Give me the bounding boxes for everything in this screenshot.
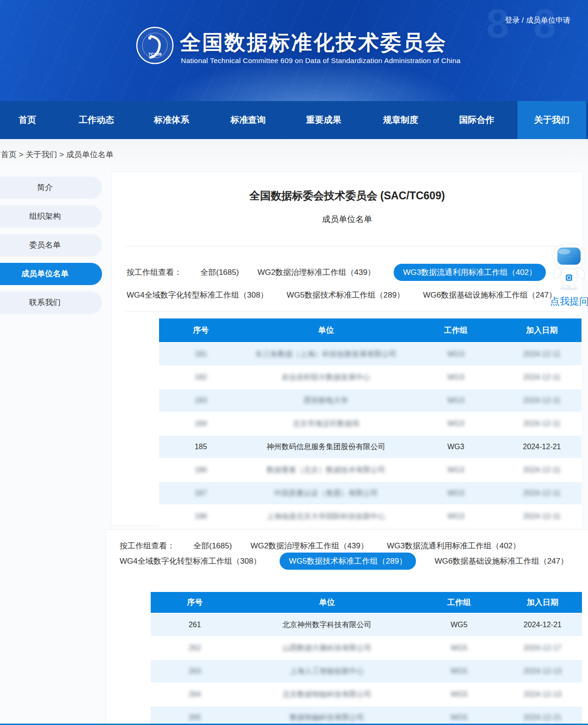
filter-wg3-active[interactable]: WG3数据流通利用标准工作组（402） xyxy=(394,264,546,281)
nav-item-news[interactable]: 工作动态 xyxy=(79,101,114,139)
filter2-wg4[interactable]: WG4全域数字化转型标准工作组（308） xyxy=(120,556,261,566)
workgroup-filter-row1: 按工作组查看： 全部(1685) WG2数据治理标准工作组（439） WG3数据… xyxy=(127,264,546,280)
filter2-wg6[interactable]: WG6数据基础设施标准工作组（247） xyxy=(435,556,568,566)
page-title: 全国数据标委会技术委员会 (SAC/TC609) xyxy=(112,189,582,203)
table-row: 186数据要素（北京）数据技术有限公司WG32024-12-11 xyxy=(159,459,582,481)
breadcrumb-bar: 首页 > 关于我们 > 成员单位名单 xyxy=(0,139,588,170)
table-row: 181长三角数据（上海）科技创新发展有限公司WG32024-12-11 xyxy=(159,342,582,366)
table-row: 184北京市海淀区数据局WG32024-12-11 xyxy=(159,413,582,435)
table-row: 182农业农村部大数据发展中心WG32024-12-11 xyxy=(159,366,582,388)
sidebar-item-member-units[interactable]: 成员单位名单 xyxy=(0,263,102,285)
nav-item-regulations[interactable]: 规章制度 xyxy=(383,101,418,139)
table-row: 263上海人工智能创新中心WG52024-12-13 xyxy=(151,659,582,683)
table-row: 262山西数据大脑科技有限公司WG52024-12-17 xyxy=(151,637,582,659)
filter2-wg2[interactable]: WG2数据治理标准工作组（439） xyxy=(250,541,368,551)
login-link[interactable]: 登录 / 成员单位申请 xyxy=(505,16,570,25)
svg-text:· ·: · · xyxy=(567,254,571,259)
chat-assistant-robot-icon[interactable]: · · xyxy=(549,242,588,292)
table-header-row: 序号 单位 工作组 加入日期 xyxy=(159,318,582,342)
committee-logo-icon: TC609 xyxy=(135,26,174,65)
member-list-card: 全国数据标委会技术委员会 (SAC/TC609) 成员单位名单 按工作组查看： … xyxy=(111,172,583,526)
col-group: 工作组 xyxy=(409,318,502,342)
member-table-wg5: 序号 单位 工作组 加入日期 261北京神州数字科技有限公司WG52024-12… xyxy=(151,592,582,725)
table-row: 188上海临港北京大学国际科技创新中心WG32024-12-11 xyxy=(159,505,582,528)
divider xyxy=(126,246,567,247)
col-seq: 序号 xyxy=(159,318,243,342)
member-table-wg3: 序号 单位 工作组 加入日期 181长三角数据（上海）科技创新发展有限公司WG3… xyxy=(159,318,582,528)
table-row: 187中国质量认证（集团）有限公司WG32024-12-11 xyxy=(159,481,582,505)
filter-wg4[interactable]: WG4全域数字化转型标准工作组（308） xyxy=(127,290,268,300)
col-unit: 单位 xyxy=(239,592,415,613)
sidebar-item-intro[interactable]: 简介 xyxy=(0,177,102,199)
nav-item-achievements[interactable]: 重要成果 xyxy=(306,101,341,139)
table-row-highlighted: 261北京神州数字科技有限公司WG52024-12-21 xyxy=(151,613,582,637)
col-group: 工作组 xyxy=(415,592,503,613)
filter2-all[interactable]: 全部(1685) xyxy=(193,541,232,551)
site-title: 全国数据标准化技术委员会 xyxy=(180,29,447,57)
filter-wg5[interactable]: WG5数据技术标准工作组（289） xyxy=(287,290,404,300)
sidebar-item-contact[interactable]: 联系我们 xyxy=(0,292,102,314)
assistant-label[interactable]: 点我提问 xyxy=(546,295,588,308)
nav-item-standard-search[interactable]: 标准查询 xyxy=(230,101,266,139)
table-header-row: 序号 单位 工作组 加入日期 xyxy=(151,592,582,613)
workgroup-filter2-row1: 按工作组查看： 全部(1685) WG2数据治理标准工作组（439） WG3数据… xyxy=(120,539,520,553)
filter-all[interactable]: 全部(1685) xyxy=(200,267,239,278)
filter-wg6[interactable]: WG6数据基础设施标准工作组（247） xyxy=(423,290,556,300)
nav-item-about-us[interactable]: 关于我们 xyxy=(518,101,586,139)
workgroup-filter-row2: WG4全域数字化转型标准工作组（308） WG5数据技术标准工作组（289） W… xyxy=(127,289,556,301)
page-subtitle: 成员单位名单 xyxy=(112,214,582,225)
filter-label: 按工作组查看： xyxy=(120,541,175,551)
nav-item-international[interactable]: 国际合作 xyxy=(459,101,494,139)
sidebar-item-organization[interactable]: 组织架构 xyxy=(0,205,102,228)
svg-text:TC609: TC609 xyxy=(148,51,162,57)
main-nav: 首页 工作动态 标准体系 标准查询 重要成果 规章制度 国际合作 关于我们 xyxy=(0,101,588,139)
table-row: 265数据智融科技有限公司WG52024-12-21 xyxy=(151,706,582,725)
nav-item-standard-system[interactable]: 标准体系 xyxy=(154,101,189,139)
divider xyxy=(126,311,567,312)
filter2-wg5-active[interactable]: WG5数据技术标准工作组（289） xyxy=(280,553,416,570)
breadcrumb[interactable]: 首页 > 关于我们 > 成员单位名单 xyxy=(1,149,114,160)
col-date: 加入日期 xyxy=(502,318,582,342)
table-row: 264北京数据智能科技有限公司WG52024-12-13 xyxy=(151,683,582,706)
filter-wg2[interactable]: WG2数据治理标准工作组（439） xyxy=(257,267,375,278)
col-unit: 单位 xyxy=(243,318,409,342)
workgroup-filter2-row2: WG4全域数字化转型标准工作组（308） WG5数据技术标准工作组（289） W… xyxy=(120,553,568,569)
col-date: 加入日期 xyxy=(503,592,582,613)
filter2-wg3[interactable]: WG3数据流通利用标准工作组（402） xyxy=(387,541,520,551)
table-row: 183西安邮电大学WG32024-12-11 xyxy=(159,388,582,413)
sidebar-item-committee-members[interactable]: 委员名单 xyxy=(0,234,102,256)
nav-item-home[interactable]: 首页 xyxy=(19,101,36,139)
col-seq: 序号 xyxy=(151,592,239,613)
site-subtitle-en: National Technical Committee 609 on Data… xyxy=(181,57,460,65)
filter-label: 按工作组查看： xyxy=(127,267,182,278)
table-row-highlighted: 185神州数码信息服务集团股份有限公司WG32024-12-21 xyxy=(159,435,582,459)
